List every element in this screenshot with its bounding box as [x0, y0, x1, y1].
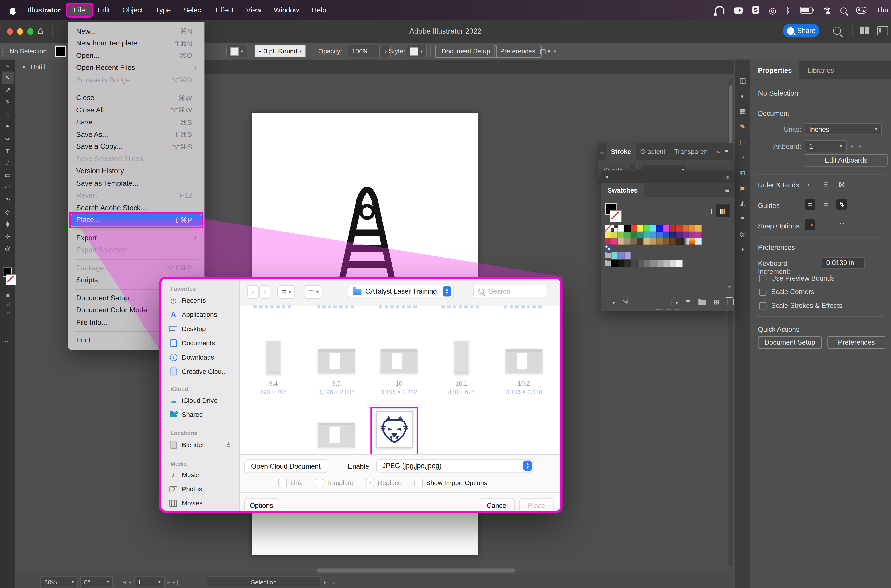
swatch[interactable] [657, 231, 663, 238]
link-checkbox[interactable]: Link [278, 478, 302, 487]
menubar-item[interactable]: Help [305, 4, 332, 16]
type-tool[interactable]: T [2, 145, 14, 157]
swatch[interactable] [618, 231, 624, 238]
swatch[interactable] [643, 231, 650, 238]
keyboard-increment-input[interactable]: 0.0139 in [822, 257, 865, 269]
options-button[interactable]: Options [244, 498, 278, 512]
swatch[interactable] [676, 238, 682, 244]
swatch[interactable] [695, 238, 702, 244]
open-cloud-document-button[interactable]: Open Cloud Document [244, 459, 328, 473]
artboard-nav-arrows[interactable]: ◂▸ [850, 143, 862, 149]
menubar-item[interactable]: Window [267, 4, 305, 16]
menu-item[interactable]: Open... ⌘O [68, 50, 204, 62]
file-item[interactable]: 10.1 478 × 674 [434, 333, 489, 395]
style-dropdown[interactable]: ▾ [406, 45, 427, 57]
panel-swatches-icon[interactable]: ▦ [739, 107, 746, 116]
brush-definition-dropdown[interactable]: ●3 pt. Round▾ [255, 45, 306, 57]
swatch[interactable] [676, 225, 682, 231]
pattern-swatch[interactable] [604, 244, 611, 251]
menu-item[interactable]: Save as Template... [68, 177, 204, 189]
template-checkbox[interactable]: Template [315, 478, 353, 487]
menubar-item[interactable]: Edit [91, 4, 116, 16]
menu-item[interactable]: Search Adobe Stock... [68, 202, 204, 214]
control-center-icon[interactable] [856, 7, 867, 14]
swatch[interactable] [624, 231, 630, 238]
curvature-tool[interactable]: ✏ [2, 133, 14, 145]
swatch[interactable] [669, 231, 676, 238]
swatch[interactable] [630, 231, 637, 238]
battery-icon[interactable] [800, 7, 813, 14]
menubar-item[interactable]: Select [177, 4, 209, 16]
fill-stroke-indicator[interactable] [605, 203, 622, 224]
swatch[interactable] [643, 225, 650, 231]
swatch[interactable] [612, 252, 618, 259]
close-tab-icon[interactable]: × [22, 63, 26, 70]
close-panel-icon[interactable]: × [605, 173, 609, 180]
group-view-button[interactable]: ▤▾ [304, 285, 323, 299]
eject-icon[interactable]: ▲▬ [226, 442, 231, 447]
menu-item[interactable]: Package... ⌥⇧⌘P [68, 262, 204, 274]
expand-panel-icon[interactable]: » [717, 148, 720, 155]
panel-asset-export-icon[interactable]: ▣ [739, 184, 746, 192]
menubar-item[interactable]: Effect [209, 4, 240, 16]
sidebar-item-applications[interactable]: AApplications [169, 310, 236, 319]
smart-guides-icon[interactable]: ↯ [837, 199, 847, 210]
sidebar-item-desktop[interactable]: Desktop [169, 325, 236, 333]
menu-item[interactable] [75, 229, 198, 230]
new-swatch-icon[interactable]: ⊞ [714, 298, 720, 306]
spotlight-icon[interactable] [840, 7, 847, 14]
zoom-level-dropdown[interactable]: 80%▾ [40, 577, 78, 587]
swatch[interactable] [624, 225, 630, 231]
units-dropdown[interactable]: Inches▾ [805, 123, 882, 135]
tab-libraries[interactable]: Libraries [800, 62, 842, 80]
swatches-menu-icon[interactable]: ≡ [725, 187, 734, 194]
panel-artboards-icon[interactable]: ⧉ [740, 169, 745, 177]
swatch[interactable] [657, 225, 663, 231]
eyedropper-tool[interactable]: ⧫ [2, 218, 14, 230]
sidebar-item-documents[interactable]: Documents [169, 339, 236, 347]
menu-item[interactable]: Browse in Bridge... ⌥⌘O [68, 74, 204, 86]
rotation-dropdown[interactable]: 0°▾ [80, 577, 113, 587]
swatch[interactable] [624, 252, 631, 259]
menu-item[interactable]: New from Template... ⇧⌘N [68, 37, 204, 50]
snap-to-point-icon[interactable]: ⊸ [805, 219, 815, 230]
panel-history-icon[interactable]: ◎ [740, 230, 746, 238]
status-menu-icon[interactable]: ▸ [324, 579, 327, 585]
preferences-button[interactable]: Preferences [494, 45, 541, 58]
menu-item[interactable]: Version History [68, 165, 204, 177]
menu-item[interactable]: Revert F12 [68, 189, 204, 202]
sidebar-item-music[interactable]: ♪Music [169, 471, 236, 479]
swatch[interactable] [682, 238, 689, 244]
list-view-icon[interactable]: ▤ [702, 204, 716, 217]
search-input[interactable] [488, 287, 541, 296]
arrange-documents-icon[interactable] [860, 27, 869, 34]
menu-item[interactable]: New... ⌘N [68, 25, 204, 37]
workspace-switcher-icon[interactable] [877, 26, 888, 35]
menu-item[interactable]: Close ⌘W [68, 92, 204, 104]
panel-menu-icon[interactable]: ≡ [724, 148, 729, 155]
swatch[interactable] [689, 238, 695, 244]
line-segment-tool[interactable]: ∕ [2, 157, 14, 169]
sidebar-item-photos[interactable]: Photos [169, 485, 236, 493]
headset-icon[interactable] [715, 6, 724, 14]
panel-symbols-icon[interactable]: ◭ [740, 199, 745, 207]
app-menu-illustrator[interactable]: Illustrator [21, 6, 67, 14]
swatch[interactable] [643, 238, 650, 244]
swatch[interactable] [663, 225, 669, 231]
swatch[interactable] [618, 260, 624, 267]
swatch[interactable] [682, 231, 689, 238]
tab-properties[interactable]: Properties [750, 62, 800, 80]
menubar-clock[interactable]: Thu [876, 6, 891, 14]
share-button[interactable]: Share [783, 24, 819, 38]
menubar-item[interactable]: View [240, 4, 268, 16]
scale-strokes-effects-checkbox[interactable]: Scale Strokes & Effects [759, 302, 842, 310]
swatch[interactable] [612, 260, 618, 267]
swatch-libraries-icon[interactable]: ▤▾ [606, 298, 615, 306]
opacity-input[interactable]: 100% [348, 45, 380, 57]
file-item[interactable]: 9.4 490 × 708 [246, 333, 301, 395]
swatch[interactable] [604, 225, 611, 231]
show-guides-icon[interactable]: ⌗ [805, 199, 815, 210]
isolate-selection-icon[interactable]: ▢➤▾ [540, 47, 556, 55]
swatch[interactable] [650, 238, 657, 244]
fill-color-well[interactable] [54, 45, 67, 57]
